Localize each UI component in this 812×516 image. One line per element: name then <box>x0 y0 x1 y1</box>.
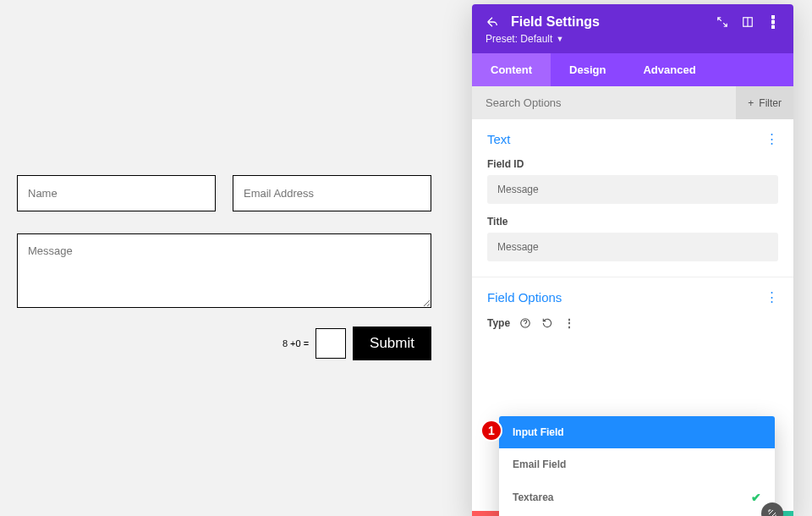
tab-design[interactable]: Design <box>551 53 624 86</box>
dropdown-item-textarea[interactable]: Textarea ✔ <box>499 480 775 514</box>
dropdown-item-input-field[interactable]: Input Field <box>499 416 775 448</box>
title-input[interactable] <box>487 233 778 261</box>
captcha-input[interactable] <box>315 328 346 359</box>
captcha-label: 8 +0 = <box>283 338 309 349</box>
tab-content[interactable]: Content <box>472 53 551 86</box>
panel-tabs: Content Design Advanced <box>472 53 793 86</box>
dropdown-item-label: Email Field <box>513 458 566 470</box>
layout-icon[interactable] <box>741 15 754 29</box>
help-icon[interactable] <box>518 316 532 330</box>
section-text-kebab-icon[interactable]: ⋮ <box>765 131 778 146</box>
dropdown-item-email-field[interactable]: Email Field <box>499 448 775 480</box>
section-text: Text ⋮ Field ID Title <box>472 119 793 277</box>
expand-icon[interactable] <box>716 15 729 29</box>
title-label: Title <box>487 216 778 228</box>
dropdown-item-label: Input Field <box>513 426 564 438</box>
dropdown-item-label: Textarea <box>513 491 553 503</box>
section-field-options-title: Field Options <box>487 290 562 305</box>
section-text-title: Text <box>487 132 511 146</box>
plus-icon: + <box>748 97 754 109</box>
name-field[interactable] <box>17 175 216 211</box>
reset-icon[interactable] <box>540 316 554 330</box>
type-kebab-icon[interactable]: ⋮ <box>562 316 576 330</box>
filter-label: Filter <box>759 97 782 109</box>
tab-advanced[interactable]: Advanced <box>624 53 714 86</box>
field-id-input[interactable] <box>487 175 778 204</box>
filter-button[interactable]: + Filter <box>736 86 793 119</box>
submit-button[interactable]: Submit <box>353 327 431 360</box>
type-label: Type <box>487 317 510 329</box>
field-id-label: Field ID <box>487 158 778 170</box>
panel-kebab-icon[interactable] <box>766 15 780 29</box>
preset-selector[interactable]: Preset: Default ▼ <box>486 33 780 45</box>
step-badge: 1 <box>480 420 502 442</box>
section-field-options: Field Options ⋮ Type ⋮ <box>472 277 793 354</box>
field-settings-panel: Field Settings Preset: Default ▼ Content… <box>472 4 793 516</box>
chevron-down-icon: ▼ <box>556 35 563 43</box>
back-arrow-icon[interactable] <box>486 15 499 29</box>
check-icon: ✔ <box>751 491 761 504</box>
search-options-input[interactable] <box>472 86 736 119</box>
svg-point-6 <box>525 326 526 327</box>
contact-form-preview: 8 +0 = Submit <box>17 175 431 360</box>
email-field[interactable] <box>233 175 431 211</box>
svg-point-2 <box>771 15 774 18</box>
type-dropdown: Input Field Email Field Textarea ✔ Check… <box>499 416 775 516</box>
panel-title: Field Settings <box>511 14 704 30</box>
svg-point-4 <box>771 25 774 28</box>
svg-point-3 <box>771 20 774 23</box>
section-field-options-kebab-icon[interactable]: ⋮ <box>765 289 778 305</box>
preset-label: Preset: Default <box>486 33 552 45</box>
panel-header: Field Settings Preset: Default ▼ <box>472 4 793 53</box>
message-field[interactable] <box>17 233 431 308</box>
